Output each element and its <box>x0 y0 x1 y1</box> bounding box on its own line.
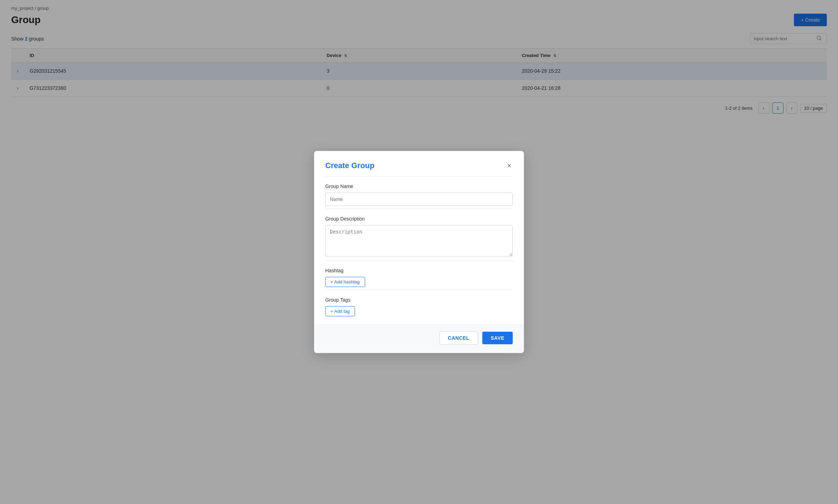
group-name-input[interactable] <box>325 193 513 206</box>
group-tags-label: Group Tags <box>325 297 513 303</box>
group-description-input[interactable] <box>325 225 513 257</box>
modal-header: Create Group × <box>314 151 524 176</box>
hashtag-label: Hashtag <box>325 268 513 273</box>
group-description-label: Group Description <box>325 216 513 222</box>
group-description-section: Group Description <box>325 209 513 260</box>
group-name-label: Group Name <box>325 183 513 189</box>
create-group-modal: Create Group × Group Name Group Descript… <box>314 151 524 353</box>
save-button[interactable]: SAVE <box>482 332 513 344</box>
cancel-button[interactable]: CANCEL <box>439 331 478 345</box>
add-hashtag-button[interactable]: + Add hashtag <box>325 277 365 287</box>
modal-close-button[interactable]: × <box>506 161 513 171</box>
modal-footer: CANCEL SAVE <box>314 325 524 353</box>
hashtag-section: Hashtag + Add hashtag <box>325 260 513 290</box>
modal-overlay: Create Group × Group Name Group Descript… <box>0 0 838 504</box>
group-name-section: Group Name <box>325 176 513 209</box>
group-tags-section: Group Tags + Add tag <box>325 290 513 319</box>
modal-title: Create Group <box>325 161 375 170</box>
add-tag-button[interactable]: + Add tag <box>325 306 355 316</box>
modal-body: Group Name Group Description Hashtag + A… <box>314 176 524 325</box>
